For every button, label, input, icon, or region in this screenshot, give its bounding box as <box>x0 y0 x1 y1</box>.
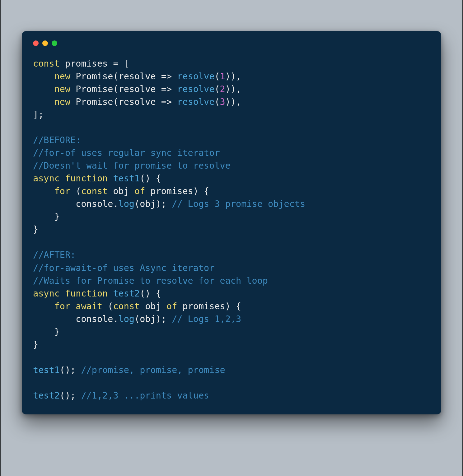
code-token: of <box>134 186 145 196</box>
code-token: } <box>33 212 60 222</box>
code-token: promises) { <box>145 186 209 196</box>
code-token: const <box>81 186 108 196</box>
code-token: const <box>33 58 60 69</box>
code-token <box>33 71 54 82</box>
code-token: )), <box>225 97 241 107</box>
code-token: obj <box>140 301 166 311</box>
code-token: async <box>33 288 60 299</box>
code-token: resolve <box>177 97 214 107</box>
code-token: } <box>33 327 60 337</box>
code-token: test1 <box>33 365 60 375</box>
code-token: const <box>113 301 140 311</box>
code-token: 2 <box>220 84 225 94</box>
code-token: Promise <box>76 97 113 107</box>
code-token: //1,2,3 ...prints values <box>81 390 209 401</box>
code-token: new <box>54 71 70 82</box>
code-token <box>70 301 76 311</box>
code-token: // Logs 1,2,3 <box>172 314 241 324</box>
code-token <box>60 173 65 184</box>
code-token: 1 <box>220 71 225 82</box>
maximize-icon[interactable] <box>52 40 57 46</box>
code-token: console. <box>33 199 119 209</box>
code-token: promises = [ <box>60 58 129 69</box>
code-token: new <box>54 97 70 107</box>
code-token: //for-await-of uses Async iterator <box>33 263 214 273</box>
code-token: log <box>119 199 134 209</box>
code-token: (obj); <box>134 199 172 209</box>
code-token: obj <box>108 186 134 196</box>
code-token: //AFTER: <box>33 250 76 260</box>
code-token: //Doesn't wait for promise to resolve <box>33 161 231 171</box>
code-token: //Waits for Promise to resolve for each … <box>33 276 268 286</box>
code-token <box>33 97 54 107</box>
code-token: async <box>33 173 60 184</box>
code-token: Promise <box>76 71 113 82</box>
code-token: ( <box>214 71 220 82</box>
code-token: () { <box>140 173 161 184</box>
code-token: Promise <box>76 84 113 94</box>
code-token: test2 <box>33 390 60 401</box>
code-token <box>33 301 54 311</box>
code-token: // Logs 3 promise objects <box>172 199 305 209</box>
code-token: //BEFORE: <box>33 135 81 145</box>
close-icon[interactable] <box>33 40 39 46</box>
code-token: ( <box>70 186 81 196</box>
code-token: of <box>166 301 177 311</box>
code-token: ( <box>102 301 113 311</box>
code-token: )), <box>225 71 241 82</box>
code-token <box>70 71 76 82</box>
code-token: } <box>33 339 38 350</box>
window-traffic-lights <box>33 40 430 46</box>
code-token: () { <box>140 288 161 299</box>
code-window: const promises = [ new Promise(resolve =… <box>22 31 441 414</box>
code-token: ( <box>214 97 220 107</box>
code-token: log <box>119 314 134 324</box>
code-token: (); <box>60 390 81 401</box>
code-token: )), <box>225 84 241 94</box>
code-block: const promises = [ new Promise(resolve =… <box>33 57 430 402</box>
code-token: test1 <box>113 173 140 184</box>
code-token: //promise, promise, promise <box>81 365 225 375</box>
code-token <box>108 288 113 299</box>
code-token: function <box>65 173 108 184</box>
code-token: console. <box>33 314 119 324</box>
code-token <box>70 97 76 107</box>
code-token <box>60 288 65 299</box>
code-token: (resolve => <box>113 84 177 94</box>
code-token: test2 <box>113 288 140 299</box>
code-token <box>33 186 54 196</box>
code-token: promises) { <box>177 301 241 311</box>
code-token: await <box>76 301 102 311</box>
code-token: //for-of uses regular sync iterator <box>33 148 220 158</box>
code-token: ( <box>214 84 220 94</box>
code-token: (); <box>60 365 81 375</box>
code-token: for <box>54 301 70 311</box>
code-token: new <box>54 84 70 94</box>
code-token: (obj); <box>134 314 172 324</box>
code-token: resolve <box>177 84 214 94</box>
code-token: 3 <box>220 97 225 107</box>
code-token <box>70 84 76 94</box>
code-token: resolve <box>177 71 214 82</box>
code-token <box>33 84 54 94</box>
code-token: (resolve => <box>113 97 177 107</box>
code-token <box>108 173 113 184</box>
code-token: } <box>33 224 38 235</box>
minimize-icon[interactable] <box>42 40 48 46</box>
code-token: for <box>54 186 70 196</box>
code-token: (resolve => <box>113 71 177 82</box>
code-token: ]; <box>33 110 44 120</box>
code-token: function <box>65 288 108 299</box>
